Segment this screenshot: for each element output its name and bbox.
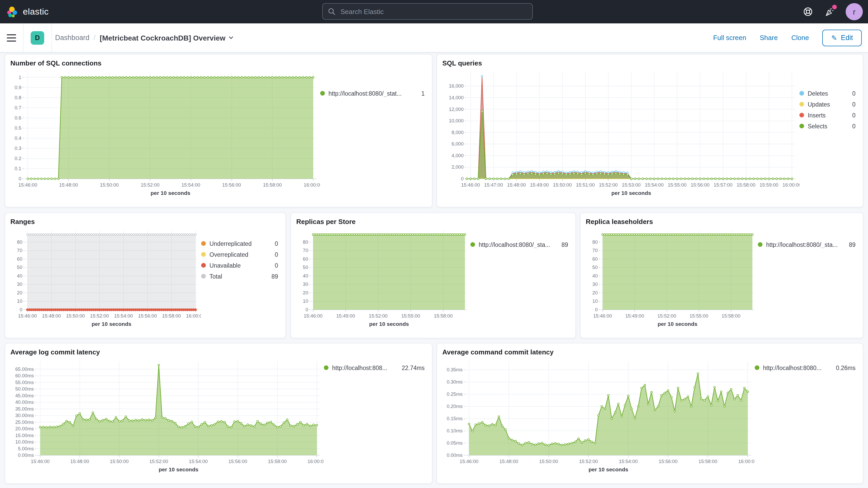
- svg-text:20: 20: [303, 290, 308, 296]
- svg-text:15:48:00: 15:48:00: [42, 313, 61, 318]
- svg-text:80: 80: [592, 239, 598, 245]
- svg-text:15:50:00: 15:50:00: [110, 459, 129, 464]
- space-badge[interactable]: D: [31, 31, 44, 44]
- svg-text:10,000: 10,000: [449, 118, 464, 123]
- menu-button[interactable]: [7, 34, 16, 41]
- svg-text:0.9: 0.9: [14, 85, 21, 90]
- legend-label: Selects: [808, 123, 827, 129]
- legend-item[interactable]: http://localhost:8080/_stat...1: [320, 88, 425, 99]
- search-input[interactable]: [339, 7, 532, 16]
- legend-item[interactable]: http://localhost:808...22.74ms: [324, 362, 425, 373]
- legend-label: http://localhost:8080/_stat...: [329, 90, 402, 96]
- legend-color-dot: [755, 365, 760, 370]
- page-title[interactable]: [Metricbeat CockroachDB] Overview: [100, 33, 234, 42]
- chart-average-command-commit-latency[interactable]: 0.00ms0.05ms0.10ms0.15ms0.20ms0.25ms0.30…: [442, 357, 755, 474]
- svg-text:per 10 seconds: per 10 seconds: [159, 466, 198, 472]
- legend-color-dot: [799, 113, 804, 118]
- svg-text:0.05ms: 0.05ms: [447, 440, 463, 446]
- chart-replicas-per-store[interactable]: 0102030405060708015:46:0015:49:0015:52:0…: [296, 226, 470, 329]
- breadcrumb-separator: /: [94, 34, 96, 41]
- legend-label: Total: [210, 273, 222, 279]
- svg-text:15:54:00: 15:54:00: [114, 313, 133, 318]
- legend-label: Deletes: [808, 90, 828, 96]
- legend-item[interactable]: http://localhost:8080/_sta...89: [470, 239, 568, 250]
- svg-text:15:59:00: 15:59:00: [760, 182, 778, 188]
- legend-color-dot: [201, 252, 206, 257]
- brand-name: elastic: [23, 6, 49, 17]
- svg-text:15:56:00: 15:56:00: [691, 182, 710, 188]
- svg-text:15:50:00: 15:50:00: [66, 313, 85, 318]
- svg-text:per 10 seconds: per 10 seconds: [589, 466, 628, 472]
- legend-label: Inserts: [808, 112, 826, 118]
- svg-text:20: 20: [17, 290, 22, 296]
- svg-text:10: 10: [17, 298, 22, 304]
- svg-text:35.00ms: 35.00ms: [16, 406, 34, 411]
- svg-text:15:49:00: 15:49:00: [336, 313, 355, 318]
- legend-item[interactable]: Deletes0: [799, 88, 856, 99]
- clone-button[interactable]: Clone: [791, 34, 809, 41]
- lifebuoy-icon: [803, 7, 813, 17]
- legend-item[interactable]: Total89: [201, 271, 278, 282]
- svg-text:70: 70: [17, 248, 22, 253]
- legend-item[interactable]: Selects0: [799, 121, 856, 131]
- edit-button-label: Edit: [841, 34, 853, 41]
- legend-value: 1: [421, 90, 425, 96]
- edit-button[interactable]: ✎ Edit: [823, 29, 862, 46]
- svg-text:50.00ms: 50.00ms: [16, 386, 34, 392]
- user-avatar[interactable]: r: [846, 3, 863, 20]
- panel-average-log-commit-latency: Average log commit latency 0.00ms5.00ms1…: [5, 343, 432, 484]
- panel-title: Ranges: [10, 218, 280, 225]
- top-navigation-bar: elastic: [0, 0, 868, 23]
- legend-color-dot: [201, 263, 206, 268]
- panel-replicas-per-store: Replicas per Store 0102030405060708015:4…: [290, 213, 576, 338]
- divider: [23, 23, 23, 52]
- svg-text:15:58:00: 15:58:00: [268, 459, 287, 464]
- svg-text:per 10 seconds: per 10 seconds: [369, 321, 409, 327]
- legend-label: http://localhost:808...: [332, 365, 387, 371]
- chart-sql-queries[interactable]: 02,0004,0006,0008,00010,00012,00014,0001…: [442, 68, 799, 197]
- full-screen-button[interactable]: Full screen: [713, 34, 746, 41]
- svg-text:16:00:00: 16:00:00: [186, 313, 201, 318]
- svg-text:5.00ms: 5.00ms: [18, 446, 34, 451]
- pencil-icon: ✎: [831, 33, 837, 42]
- legend-value: 89: [271, 273, 278, 279]
- legend-item[interactable]: http://localhost:8080...0.26ms: [755, 362, 856, 373]
- svg-text:12,000: 12,000: [449, 106, 464, 112]
- legend-item[interactable]: Updates0: [799, 99, 856, 110]
- chart-average-log-commit-latency[interactable]: 0.00ms5.00ms10.00ms15.00ms20.00ms25.00ms…: [10, 357, 324, 474]
- legend-label: http://localhost:8080...: [763, 365, 822, 371]
- breadcrumb-dashboard[interactable]: Dashboard: [55, 34, 89, 41]
- share-button[interactable]: Share: [760, 34, 778, 41]
- help-button[interactable]: [802, 6, 813, 18]
- legend-item[interactable]: Unavailable0: [201, 260, 278, 271]
- svg-text:0.10ms: 0.10ms: [447, 428, 463, 433]
- panel-title: SQL queries: [442, 59, 858, 67]
- legend-value: 0: [852, 112, 856, 118]
- svg-text:0.35ms: 0.35ms: [447, 367, 463, 372]
- legend-item[interactable]: Overreplicated0: [201, 249, 278, 260]
- whats-new-button[interactable]: [824, 6, 835, 18]
- svg-text:15:56:00: 15:56:00: [138, 313, 157, 318]
- svg-text:15:49:00: 15:49:00: [530, 182, 549, 188]
- svg-text:15:54:00: 15:54:00: [645, 182, 663, 188]
- chart-number-of-sql-connections[interactable]: 00.10.20.30.40.50.60.70.80.9115:46:0015:…: [10, 68, 320, 197]
- legend-item[interactable]: Underreplicated0: [201, 238, 278, 249]
- chart-replica-leaseholders[interactable]: 0102030405060708015:46:0015:49:0015:52:0…: [586, 226, 758, 329]
- legend-color-dot: [799, 91, 804, 96]
- svg-text:0.6: 0.6: [14, 115, 21, 121]
- legend-sql-queries: Deletes0Updates0Inserts0Selects0: [799, 68, 858, 197]
- svg-text:15:52:00: 15:52:00: [657, 313, 676, 318]
- svg-text:70: 70: [303, 248, 308, 253]
- legend-item[interactable]: Inserts0: [799, 110, 856, 121]
- dashboard-toolbar: D Dashboard / [Metricbeat CockroachDB] O…: [0, 23, 868, 53]
- svg-text:15:46:00: 15:46:00: [593, 313, 612, 318]
- svg-text:15:46:00: 15:46:00: [460, 459, 478, 464]
- svg-text:15:51:00: 15:51:00: [576, 182, 595, 188]
- chart-svg: 0102030405060708015:46:0015:49:0015:52:0…: [296, 226, 470, 329]
- elastic-logo[interactable]: elastic: [6, 5, 49, 18]
- legend-value: 89: [849, 241, 856, 248]
- global-search[interactable]: [322, 3, 533, 20]
- chart-ranges[interactable]: 0102030405060708015:46:0015:48:0015:50:0…: [10, 226, 201, 329]
- legend-item[interactable]: http://localhost:8080/_sta...89: [758, 239, 856, 250]
- panel-number-of-sql-connections: Number of SQL connections 00.10.20.30.40…: [5, 54, 432, 207]
